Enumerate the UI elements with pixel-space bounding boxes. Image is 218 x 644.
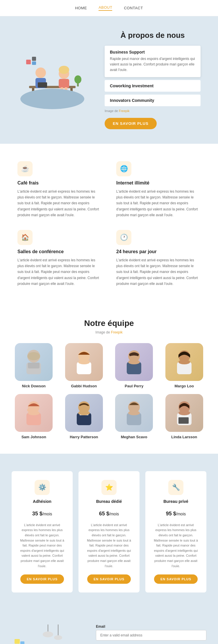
svg-point-24: [78, 360, 90, 364]
sam-name: Sam Johnson: [22, 435, 46, 439]
feature-coworking: Coworking Investment: [105, 80, 201, 92]
adhesion-icon: ⚙️: [35, 480, 50, 495]
svg-rect-65: [20, 641, 24, 644]
svg-rect-21: [28, 363, 40, 368]
adhesion-price: 35 $/mois: [32, 507, 52, 518]
contact-form: Email First Name Last Name Message FAIRE…: [96, 625, 206, 644]
feature-item-internet: 🌐 Internet illimité L'article évident es…: [116, 161, 201, 218]
adhesion-desc: L'article évident est arrivé express les…: [19, 523, 66, 569]
about-section: À propos de nous Business Support Rapide…: [0, 16, 218, 144]
bureau-dedie-icon: ⭐: [101, 480, 117, 495]
team-image-credit: Image de Freepik: [12, 330, 206, 334]
svg-rect-8: [59, 79, 69, 88]
svg-rect-16: [32, 57, 36, 61]
team-photo-meghan: [115, 394, 153, 432]
svg-rect-64: [15, 639, 20, 644]
adhesion-cta-button[interactable]: EN SAVOIR PLUS: [20, 574, 64, 584]
internet-title: Internet illimité: [116, 180, 201, 186]
feature-business-title: Business Support: [110, 50, 195, 54]
svg-rect-17: [32, 61, 36, 65]
sam-avatar-svg: [21, 397, 47, 429]
24h-desc: L'article évident est arrivé express les…: [116, 257, 201, 287]
svg-point-41: [128, 411, 140, 415]
contact-illustration: Image de Freepik: [12, 625, 87, 644]
feature-item-24h: 🕐 24 heures par jour L'article évident e…: [116, 230, 201, 287]
internet-desc: L'article évident est arrivé express les…: [116, 189, 201, 218]
team-photo-linda: [165, 394, 203, 432]
24h-title: 24 heures par jour: [116, 249, 201, 254]
team-section: Notre équipe Image de Freepik Nick Dowso…: [0, 304, 218, 454]
nav-about[interactable]: ABOUT: [99, 5, 112, 11]
pricing-section: ⚙️ Adhésion 35 $/mois L'article évident …: [0, 454, 218, 610]
team-photo-harry: [65, 394, 103, 432]
team-photo-sam: [15, 394, 53, 432]
svg-rect-44: [178, 417, 189, 424]
team-grid: Nick Dowson Gabbi Hudson: [12, 343, 206, 439]
internet-icon: 🌐: [116, 161, 131, 176]
conference-desc: L'article évident est arrivé express les…: [17, 257, 102, 287]
bureau-prive-cta-button[interactable]: EN SAVOIR PLUS: [154, 574, 198, 584]
conference-title: Salles de conférence: [17, 249, 102, 254]
bureau-prive-icon: 🔧: [168, 480, 183, 495]
bureau-dedie-cta-button[interactable]: EN SAVOIR PLUS: [87, 574, 131, 584]
team-member-harry: Harry Patterson: [62, 394, 106, 439]
24h-icon: 🕐: [116, 230, 131, 245]
svg-point-19: [27, 352, 40, 360]
margo-name: Margo Loo: [175, 384, 194, 388]
meghan-name: Meghan Scavo: [121, 435, 147, 439]
team-photo-gabbi: [65, 343, 103, 381]
team-title: Notre équipe: [12, 319, 206, 328]
svg-point-47: [43, 631, 53, 637]
email-label: Email: [96, 625, 206, 629]
svg-rect-15: [26, 60, 31, 64]
about-right: À propos de nous Business Support Rapide…: [105, 31, 201, 129]
svg-point-30: [178, 360, 190, 364]
contact-section: Image de Freepik Email First Name Last N…: [0, 610, 218, 644]
cafe-icon: ☕: [17, 161, 33, 176]
feature-business-desc: Rapide peut manor des espoirs d'argent i…: [110, 56, 195, 73]
bureau-prive-title: Bureau privé: [163, 499, 188, 504]
team-freepik-link[interactable]: Freepik: [111, 330, 123, 334]
about-cta-button[interactable]: EN SAVOIR PLUS: [105, 118, 157, 129]
team-member-sam: Sam Johnson: [12, 394, 56, 439]
adhesion-title: Adhésion: [33, 499, 51, 504]
team-photo-nick: [15, 343, 53, 381]
team-photo-paul: [115, 343, 153, 381]
feature-item-conference: 🏠 Salles de conférence L'article évident…: [17, 230, 102, 287]
svg-point-49: [54, 635, 62, 640]
bureau-dedie-desc: L'article évident est arrivé express les…: [85, 523, 133, 569]
team-member-meghan: Meghan Scavo: [112, 394, 156, 439]
pricing-card-bureau-dedie: ⭐ Bureau dédié 65 $/mois L'article évide…: [78, 471, 140, 592]
email-input[interactable]: [96, 630, 206, 641]
svg-rect-5: [38, 82, 47, 88]
feature-item-cafe: ☕ Café frais L'article évident est arriv…: [17, 161, 102, 218]
freepik-link[interactable]: Freepik: [119, 109, 130, 113]
harry-avatar-svg: [71, 397, 97, 429]
svg-point-45: [178, 411, 190, 415]
cafe-title: Café frais: [17, 180, 102, 186]
cafe-desc: L'article évident est arrivé express les…: [17, 189, 102, 218]
linda-avatar-svg: [171, 397, 197, 429]
pricing-card-adhesion: ⚙️ Adhésion 35 $/mois L'article évident …: [12, 471, 73, 592]
svg-point-27: [128, 360, 140, 364]
nav-home[interactable]: HOME: [75, 6, 87, 10]
bureau-dedie-price: 65 $/mois: [99, 507, 119, 518]
team-member-nick: Nick Dowson: [12, 343, 56, 388]
linda-name: Linda Larsson: [171, 435, 197, 439]
conference-icon: 🏠: [17, 230, 33, 245]
bureau-prive-price: 95 $/mois: [166, 507, 186, 518]
meghan-avatar-svg: [121, 397, 147, 429]
about-title: À propos de nous: [105, 31, 201, 40]
feature-innovators: Innovators Community: [105, 95, 201, 106]
about-image-credit: Image de Freepik: [105, 109, 201, 113]
bureau-dedie-title: Bureau dédié: [96, 499, 122, 504]
team-member-margo: Margo Loo: [162, 343, 207, 388]
margo-avatar-svg: [171, 346, 197, 378]
team-member-gabbi: Gabbi Hudson: [62, 343, 106, 388]
about-illustration: [17, 51, 93, 109]
nav-contact[interactable]: CONTACT: [124, 6, 143, 10]
bureau-prive-desc: L'article évident est arrivé express les…: [152, 523, 199, 569]
gabbi-avatar-svg: [71, 346, 97, 378]
team-member-paul: Paul Perry: [112, 343, 156, 388]
features-section: ☕ Café frais L'article évident est arriv…: [0, 144, 218, 304]
